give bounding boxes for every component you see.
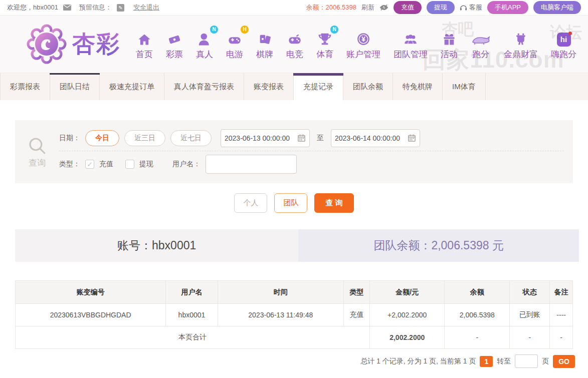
nav-item-boardgames[interactable]: 棋牌	[250, 29, 280, 60]
gamepad-icon	[287, 29, 303, 47]
withdraw-checkbox[interactable]	[125, 160, 134, 169]
tab-team-daily[interactable]: 团队日结	[50, 73, 100, 100]
nav-item-paofen[interactable]: 跑分	[464, 29, 497, 60]
customer-service-button[interactable]: 客服	[460, 3, 482, 12]
query-filter-panel: 查询 日期： 今日 近三日 近七日 至	[15, 120, 573, 183]
reserved-info-label: 预留信息：	[79, 3, 112, 12]
table-header-row: 账变编号 用户名 时间 类型 金额/元 余额 状态 备注	[16, 281, 573, 304]
date-from-field[interactable]	[221, 129, 310, 147]
logo-flower-icon	[26, 24, 67, 65]
page-total-status: -	[510, 326, 550, 349]
tab-fast-orders[interactable]: 极速充提订单	[100, 73, 164, 100]
nav-item-live[interactable]: N 真人	[189, 29, 220, 60]
cell-balance: 2,006.5398	[445, 304, 510, 326]
tab-tetu-boardgames[interactable]: 特兔棋牌	[393, 73, 443, 100]
quick-range-7days[interactable]: 近七日	[170, 130, 212, 146]
recharge-button[interactable]: 充值	[394, 1, 422, 14]
calendar-icon[interactable]	[298, 134, 305, 142]
pagination-info: 总计 1 个记录, 分为 1 页, 当前第 1 页	[360, 357, 476, 366]
page-total-label: 本页合计	[16, 326, 370, 349]
tab-live-sports-pl[interactable]: 真人体育盈亏报表	[164, 73, 244, 100]
nav-item-jinding[interactable]: 金鼎财富	[497, 29, 544, 60]
tripod-icon	[513, 29, 528, 47]
nav-item-activities[interactable]: 活动	[434, 29, 464, 60]
tab-recharge-withdraw-records[interactable]: 充提记录	[294, 73, 343, 100]
headset-icon	[460, 4, 467, 11]
nav-item-esports[interactable]: 电竞	[280, 29, 310, 60]
hide-balance-eye-icon[interactable]	[379, 4, 388, 11]
cell-change-id: 20230613VBBGDHGDAD	[16, 304, 166, 326]
page-total-amount: 2,002.2000	[370, 326, 445, 349]
tab-team-balance[interactable]: 团队余额	[343, 73, 393, 100]
action-buttons: 个人 团队 查 询	[0, 193, 588, 213]
hot-badge: H	[241, 26, 249, 34]
tab-lottery-report[interactable]: 彩票报表	[0, 73, 50, 100]
top-account-bar: 欢迎您，hbx0001 预留信息： ✎ 安全退出 余额：2006.5398 刷新…	[0, 0, 588, 16]
mobile-app-button[interactable]: 手机APP	[487, 1, 528, 14]
logout-link[interactable]: 安全退出	[133, 3, 159, 12]
col-status: 状态	[510, 281, 550, 304]
withdraw-button[interactable]: 提现	[427, 1, 455, 14]
col-username: 用户名	[166, 281, 218, 304]
col-remark: 备注	[550, 281, 573, 304]
logo-wordmark: 杏彩	[72, 29, 120, 60]
svg-text:¥: ¥	[361, 36, 365, 43]
table-summary-row: 本页合计 2,002.2000 - - -	[16, 326, 573, 349]
quick-range-3days[interactable]: 近三日	[124, 130, 165, 146]
account-summary-band: 账号：hbx0001 团队余额：2,006.5398 元	[15, 229, 579, 262]
team-icon	[403, 29, 419, 47]
query-button[interactable]: 查 询	[314, 193, 353, 213]
goto-label: 转至	[497, 357, 511, 366]
col-change-id: 账变编号	[16, 281, 166, 304]
col-type: 类型	[343, 281, 369, 304]
account-number: 账号：hbx0001	[15, 229, 298, 262]
site-logo[interactable]: 杏彩	[26, 24, 120, 65]
cell-remark: ----	[550, 304, 573, 326]
rhino-icon	[471, 29, 491, 47]
team-scope-button[interactable]: 团队	[274, 193, 307, 213]
nav-item-home[interactable]: 首页	[129, 29, 159, 60]
tab-im-sports[interactable]: IM体育	[443, 73, 486, 100]
calendar-icon[interactable]	[408, 134, 416, 142]
team-balance: 团队余额：2,006.5398 元	[298, 229, 579, 262]
date-filter-row: 日期： 今日 近三日 近七日 至	[59, 125, 564, 151]
recharge-checkbox-label: 充值	[99, 160, 113, 169]
customer-service-label: 客服	[469, 3, 482, 12]
nav-item-hipaofen[interactable]: hi 嗨跑分	[544, 29, 583, 60]
pc-client-button[interactable]: 电脑客户端	[533, 1, 581, 14]
cell-time: 2023-06-13 11:49:48	[218, 304, 343, 326]
date-to-field[interactable]	[331, 129, 420, 147]
message-envelope-icon[interactable]	[63, 5, 71, 11]
refresh-balance-link[interactable]: 刷新	[361, 3, 374, 12]
report-tabs: 彩票报表 团队日结 极速充提订单 真人体育盈亏报表 账变报表 充提记录 团队余额…	[0, 73, 588, 100]
edit-reserved-icon[interactable]: ✎	[117, 4, 124, 12]
main-nav: 首页 彩票 N 真人 H 电游 棋牌	[129, 29, 583, 60]
date-from-input[interactable]	[225, 134, 298, 142]
tab-account-changes[interactable]: 账变报表	[244, 73, 294, 100]
cell-type: 充值	[343, 304, 369, 326]
nav-item-egames[interactable]: H 电游	[220, 29, 250, 60]
current-page-button[interactable]: 1	[480, 356, 493, 367]
personal-scope-button[interactable]: 个人	[234, 193, 267, 213]
recharge-checkbox[interactable]: ✓	[85, 160, 94, 169]
ticket-icon	[167, 29, 182, 47]
gift-icon	[442, 29, 456, 47]
username-label: 用户名：	[172, 160, 201, 169]
site-header: 杏彩 首页 彩票 N 真人 H 电游	[0, 16, 588, 73]
col-balance: 余额	[445, 281, 510, 304]
date-to-input[interactable]	[335, 134, 408, 142]
goto-page-input[interactable]	[515, 354, 538, 368]
records-table: 账变编号 用户名 时间 类型 金额/元 余额 状态 备注 20230613VBB…	[15, 280, 573, 349]
nav-item-lottery[interactable]: 彩票	[159, 29, 189, 60]
balance-text: 余额：2006.5398	[306, 3, 356, 12]
go-button[interactable]: GO	[553, 355, 575, 368]
nav-item-team-mgmt[interactable]: 团队管理	[387, 29, 434, 60]
trophy-icon: N	[317, 29, 332, 47]
type-filter-row: 类型： ✓ 充值 提现 用户名：	[59, 151, 564, 177]
nav-item-sports[interactable]: N 体育	[310, 29, 340, 60]
nav-item-account-mgmt[interactable]: ¥ 账户管理	[340, 29, 387, 60]
slot-game-icon: H	[227, 29, 243, 47]
username-input[interactable]	[206, 155, 297, 174]
page-total-remark: -	[550, 326, 573, 349]
quick-range-today[interactable]: 今日	[85, 130, 119, 146]
